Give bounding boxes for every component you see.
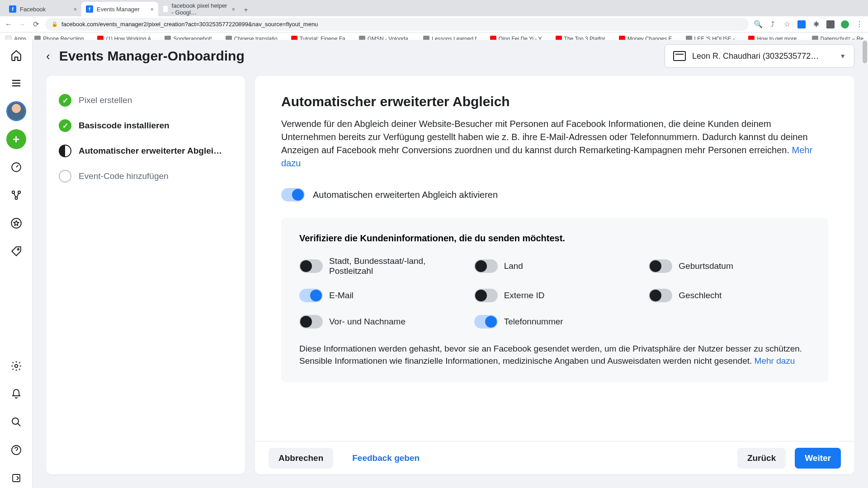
toggle-external-id: Externe ID xyxy=(474,289,636,302)
scrollbar[interactable] xyxy=(863,41,867,487)
main-card: Automatischer erweiterter Abgleich Verwe… xyxy=(255,76,854,474)
browser-toolbar: ← → ⟳ 🔒 facebook.com/events_manager2/pix… xyxy=(0,16,868,33)
close-icon[interactable]: × xyxy=(231,6,235,13)
new-tab-button[interactable]: + xyxy=(240,4,252,16)
account-picker[interactable]: Leon R. Chaudhari (3032535772… ▼ xyxy=(665,44,854,68)
search-icon[interactable] xyxy=(6,412,26,432)
browser-chrome: f Facebook × f Events Manager × G facebo… xyxy=(0,0,868,40)
main-scroll[interactable]: Automatischer erweiterter Abgleich Verwe… xyxy=(255,76,854,441)
toggle-country: Land xyxy=(474,256,636,276)
scrollbar-thumb[interactable] xyxy=(863,41,867,63)
feedback-button[interactable]: Feedback geben xyxy=(342,448,429,469)
toggle-switch[interactable] xyxy=(299,259,323,273)
step-abgleich[interactable]: Automatischer erweiterter Abglei… xyxy=(59,138,232,164)
tab-google-search[interactable]: G facebook pixel helper - Googl… × xyxy=(158,2,240,16)
tag-icon[interactable] xyxy=(6,241,26,261)
gear-icon[interactable] xyxy=(6,356,26,376)
toggle-switch[interactable] xyxy=(299,315,323,328)
toggle-email: E-Mail xyxy=(299,289,461,302)
left-rail: + xyxy=(0,40,33,488)
menu-icon[interactable] xyxy=(6,73,26,93)
page-title: Events Manager-Onboarding xyxy=(59,48,245,64)
back-icon[interactable]: ← xyxy=(5,20,13,28)
avatar[interactable] xyxy=(6,101,26,121)
back-arrow-icon[interactable]: ‹ xyxy=(46,49,50,63)
toggle-name: Vor- und Nachname xyxy=(299,315,461,328)
tab-strip: f Facebook × f Events Manager × G facebo… xyxy=(0,0,868,16)
star-icon[interactable] xyxy=(6,213,26,233)
half-circle-icon xyxy=(59,145,71,157)
check-icon xyxy=(59,94,71,107)
toolbar-icons: 🔍 ⤴ ☆ ✱ ⋮ xyxy=(754,20,863,28)
toggle-switch[interactable] xyxy=(299,289,323,302)
google-icon: G xyxy=(163,5,168,13)
profile-icon[interactable] xyxy=(841,20,849,28)
check-icon xyxy=(59,119,71,132)
activate-toggle[interactable] xyxy=(281,188,305,202)
cancel-button[interactable]: Abbrechen xyxy=(269,448,333,469)
facebook-icon: f xyxy=(9,5,16,13)
back-button[interactable]: Zurück xyxy=(737,448,786,469)
bell-icon[interactable] xyxy=(6,384,26,404)
activate-toggle-row: Automatischen erweiterten Abgleich aktiv… xyxy=(281,188,828,202)
toggle-birthdate: Geburtsdatum xyxy=(649,256,810,276)
next-button[interactable]: Weiter xyxy=(795,448,841,469)
tab-facebook[interactable]: f Facebook × xyxy=(5,2,81,16)
toggle-phone: Telefonnummer xyxy=(474,315,636,328)
url-text: facebook.com/events_manager2/pixel_creat… xyxy=(61,21,318,28)
home-icon[interactable] xyxy=(6,45,26,65)
step-event-code[interactable]: Event-Code hinzufügen xyxy=(59,164,232,189)
account-icon xyxy=(673,51,686,61)
steps-card: Pixel erstellen Basiscode installieren A… xyxy=(46,76,245,474)
activate-label: Automatischen erweiterten Abgleich aktiv… xyxy=(313,190,498,200)
ext-icon[interactable] xyxy=(826,20,835,28)
step-basiscode[interactable]: Basiscode installieren xyxy=(59,113,232,138)
customer-info-card: Verifiziere die Kundeninformationen, die… xyxy=(281,218,828,382)
svg-point-7 xyxy=(12,418,19,424)
empty-circle-icon xyxy=(59,170,71,183)
tab-events-manager[interactable]: f Events Manager × xyxy=(81,2,158,16)
forward-icon[interactable]: → xyxy=(18,20,26,28)
section-title: Automatischer erweiterter Abgleich xyxy=(281,94,828,109)
toggle-switch[interactable] xyxy=(649,289,672,302)
facebook-ext-icon[interactable] xyxy=(797,20,806,28)
toggle-switch[interactable] xyxy=(474,315,498,328)
toggle-switch[interactable] xyxy=(474,289,498,302)
info-title: Verifiziere die Kundeninformationen, die… xyxy=(299,233,810,244)
collapse-icon[interactable] xyxy=(6,468,26,488)
chevron-down-icon: ▼ xyxy=(840,52,846,60)
reload-icon[interactable]: ⟳ xyxy=(32,20,40,28)
tab-title: Events Manager xyxy=(97,6,140,13)
close-icon[interactable]: × xyxy=(150,6,154,13)
add-button[interactable]: + xyxy=(6,129,26,149)
facebook-icon: f xyxy=(86,5,93,13)
toggle-switch[interactable] xyxy=(474,259,498,273)
tab-title: facebook pixel helper - Googl… xyxy=(172,2,228,16)
step-pixel-erstellen[interactable]: Pixel erstellen xyxy=(59,88,232,113)
close-icon[interactable]: × xyxy=(73,6,77,13)
svg-point-6 xyxy=(14,365,18,368)
share-icon[interactable]: ⤴ xyxy=(769,20,777,28)
address-bar[interactable]: 🔒 facebook.com/events_manager2/pixel_cre… xyxy=(45,18,749,31)
info-footer: Diese Informationen werden gehasht, bevo… xyxy=(299,343,810,367)
toggle-grid: Stadt, Bundesstaat/-land, Postleitzahl L… xyxy=(299,256,810,328)
gauge-icon[interactable] xyxy=(6,157,26,177)
data-sources-icon[interactable] xyxy=(6,185,26,205)
section-description: Verwende für den Abgleich deiner Website… xyxy=(281,117,828,170)
star-icon[interactable]: ☆ xyxy=(783,20,791,28)
tab-title: Facebook xyxy=(20,6,46,13)
toggle-city: Stadt, Bundesstaat/-land, Postleitzahl xyxy=(299,256,461,276)
menu-icon[interactable]: ⋮ xyxy=(855,20,863,28)
svg-point-5 xyxy=(17,249,19,250)
toggle-switch[interactable] xyxy=(649,259,672,273)
help-icon[interactable] xyxy=(6,440,26,460)
search-icon[interactable]: 🔍 xyxy=(754,20,762,28)
lock-icon: 🔒 xyxy=(52,21,58,27)
toggle-gender: Geschlecht xyxy=(649,289,810,302)
extensions-icon[interactable]: ✱ xyxy=(812,20,820,28)
learn-more-link[interactable]: Mehr dazu xyxy=(755,356,795,366)
account-label: Leon R. Chaudhari (3032535772… xyxy=(692,52,819,61)
footer: Abbrechen Feedback geben Zurück Weiter xyxy=(255,441,854,474)
page-header: ‹ Events Manager-Onboarding Leon R. Chau… xyxy=(33,40,868,72)
